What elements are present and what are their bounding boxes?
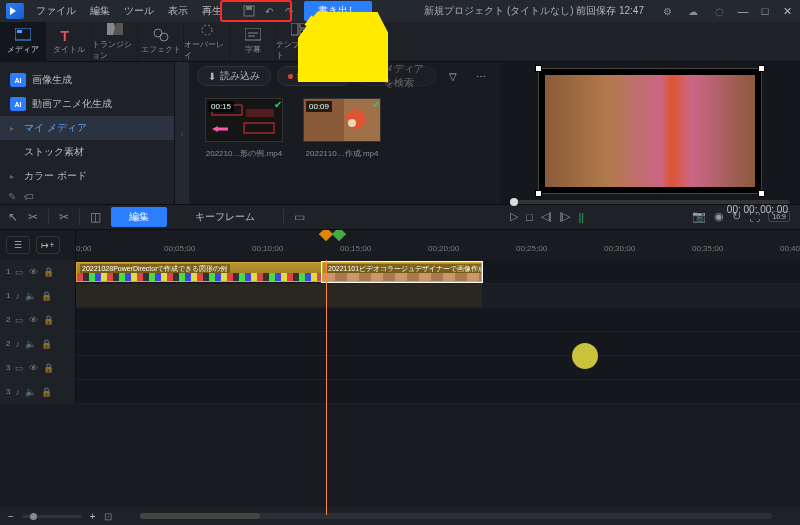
svg-rect-12	[300, 23, 307, 28]
tab-overlay[interactable]: オーバーレイ	[184, 22, 230, 62]
mute-icon[interactable]: 🔈	[25, 339, 36, 349]
track-video-2: 2▭👁🔒	[0, 308, 800, 332]
razor-tool-icon[interactable]: ✂	[28, 210, 38, 224]
next-frame-icon[interactable]: |▷	[560, 210, 571, 223]
track-menu-button[interactable]: ☰	[6, 236, 30, 254]
sidebar-item-colorboard[interactable]: ▸カラー ボード	[0, 164, 174, 188]
tab-title[interactable]: Tタイトル	[46, 22, 92, 62]
prev-frame-icon[interactable]: ◁|	[541, 210, 552, 223]
crop-icon[interactable]: ◫	[90, 210, 101, 224]
mute-icon[interactable]: 🔈	[25, 387, 36, 397]
redo-icon[interactable]: ↷	[280, 2, 298, 20]
preview-canvas[interactable]	[538, 68, 762, 194]
mute-icon[interactable]: 🔈	[25, 291, 36, 301]
more-icon[interactable]: ⋯	[470, 65, 492, 87]
menu-tool[interactable]: ツール	[118, 1, 160, 21]
video-track-icon[interactable]: ▭	[15, 267, 24, 277]
play-icon[interactable]: ▷	[510, 210, 518, 223]
audio-track-icon[interactable]: ♪	[15, 387, 20, 397]
play-green-icon[interactable]: ||	[578, 211, 584, 223]
resize-handle[interactable]	[535, 190, 542, 197]
menu-view[interactable]: 表示	[162, 1, 194, 21]
stop-icon[interactable]: □	[526, 211, 533, 223]
timeline-tracks: 1▭👁🔒 20221028PowerDirectorで作成できる図形の例 202…	[0, 260, 800, 515]
tag-icon[interactable]: 🏷	[24, 191, 34, 202]
zoom-in-icon[interactable]: +	[90, 511, 96, 522]
undo-icon[interactable]: ↶	[260, 2, 278, 20]
tab-keyframe[interactable]: キーフレーム	[177, 207, 273, 227]
app-logo[interactable]	[6, 3, 24, 19]
menu-edit[interactable]: 編集	[84, 1, 116, 21]
settings-icon[interactable]: ⚙	[658, 2, 676, 20]
audio-track-icon[interactable]: ♪	[15, 291, 20, 301]
sidebar-item-image-gen[interactable]: AI画像生成	[0, 68, 174, 92]
media-thumb[interactable]: 00:15✔ 202210…形の例.mp4	[205, 98, 283, 159]
marker-icon[interactable]	[332, 230, 346, 244]
tab-template[interactable]: テンプレート	[276, 22, 322, 62]
extra-tool-icon[interactable]: ▭	[294, 210, 305, 224]
track-lane[interactable]: 20221028PowerDirectorで作成できる図形の例 20221101…	[76, 260, 800, 283]
resize-handle[interactable]	[758, 190, 765, 197]
save-icon[interactable]	[240, 2, 258, 20]
quality-icon[interactable]: ◉	[714, 210, 724, 223]
visibility-icon[interactable]: 👁	[29, 267, 38, 277]
track-add-button[interactable]: ↦+	[36, 236, 60, 254]
tab-subtitle[interactable]: 字幕	[230, 22, 276, 62]
timeline-clip[interactable]: 20221101ビデオコラージュデザイナーで画像作成	[322, 262, 482, 282]
filter-icon[interactable]: ▽	[442, 65, 464, 87]
fit-icon[interactable]: ⊡	[104, 511, 112, 522]
minimize-icon[interactable]: —	[736, 4, 750, 18]
sidebar-item-stock[interactable]: ▸ストック素材	[0, 140, 174, 164]
snapshot-icon[interactable]: 📷	[692, 210, 706, 223]
import-button[interactable]: ⬇読み込み	[197, 66, 271, 86]
sidebar-item-video-anim-gen[interactable]: AI動画アニメ化生成	[0, 92, 174, 116]
track-lane[interactable]	[76, 284, 800, 307]
tab-effect[interactable]: エフェクト	[138, 22, 184, 62]
resize-handle[interactable]	[758, 65, 765, 72]
track-lane[interactable]	[76, 332, 800, 355]
track-lane[interactable]	[76, 308, 800, 331]
export-button[interactable]: 書き出し	[304, 1, 372, 21]
close-icon[interactable]: ✕	[780, 4, 794, 18]
lock-icon[interactable]: 🔒	[43, 315, 54, 325]
media-search[interactable]: 🔍メディアを検索	[357, 66, 436, 86]
scrubber-knob[interactable]	[510, 198, 518, 206]
timeline-ruler[interactable]: 0;0000;05;0000;10;0000;15;0000;20;0000;2…	[76, 230, 800, 260]
tab-transition[interactable]: トランジション	[92, 22, 138, 62]
marker-icon[interactable]	[319, 230, 333, 244]
ruler-tick: 00;10;00	[252, 244, 283, 253]
lock-icon[interactable]: 🔒	[41, 387, 52, 397]
visibility-icon[interactable]: 👁	[29, 315, 38, 325]
lock-icon[interactable]: 🔒	[43, 363, 54, 373]
scissors-icon[interactable]: ✂	[59, 210, 69, 224]
record-button[interactable]: 録画/録音	[277, 66, 351, 86]
account-icon[interactable]: ◌	[710, 2, 728, 20]
tab-edit[interactable]: 編集	[111, 207, 167, 227]
lock-icon[interactable]: 🔒	[41, 339, 52, 349]
lock-icon[interactable]: 🔒	[41, 291, 52, 301]
lock-icon[interactable]: 🔒	[43, 267, 54, 277]
menu-file[interactable]: ファイル	[30, 1, 82, 21]
media-thumb[interactable]: 00:09✔ 2022110…作成.mp4	[303, 98, 381, 159]
visibility-icon[interactable]: 👁	[29, 363, 38, 373]
timeline-clip[interactable]: 20221028PowerDirectorで作成できる図形の例	[76, 262, 322, 282]
sidebar-item-my-media[interactable]: ▸マイ メディア	[0, 116, 174, 140]
video-track-icon[interactable]: ▭	[15, 363, 24, 373]
cloud-icon[interactable]: ☁	[684, 2, 702, 20]
panel-collapse-handle[interactable]: ‹	[175, 62, 189, 204]
audio-track-icon[interactable]: ♪	[15, 339, 20, 349]
resize-handle[interactable]	[535, 65, 542, 72]
track-lane[interactable]	[76, 356, 800, 379]
select-tool-icon[interactable]: ↖	[8, 210, 18, 224]
svg-rect-13	[300, 30, 307, 35]
video-track-icon[interactable]: ▭	[15, 315, 24, 325]
track-lane[interactable]	[76, 380, 800, 403]
playhead[interactable]	[326, 260, 327, 515]
tab-media[interactable]: メディア	[0, 22, 46, 62]
menu-play[interactable]: 再生	[196, 1, 228, 21]
maximize-icon[interactable]: □	[758, 4, 772, 18]
zoom-slider[interactable]	[22, 515, 82, 518]
horizontal-scrollbar[interactable]	[140, 513, 772, 519]
zoom-out-icon[interactable]: −	[8, 511, 14, 522]
wand-icon[interactable]: ✎	[8, 191, 16, 202]
